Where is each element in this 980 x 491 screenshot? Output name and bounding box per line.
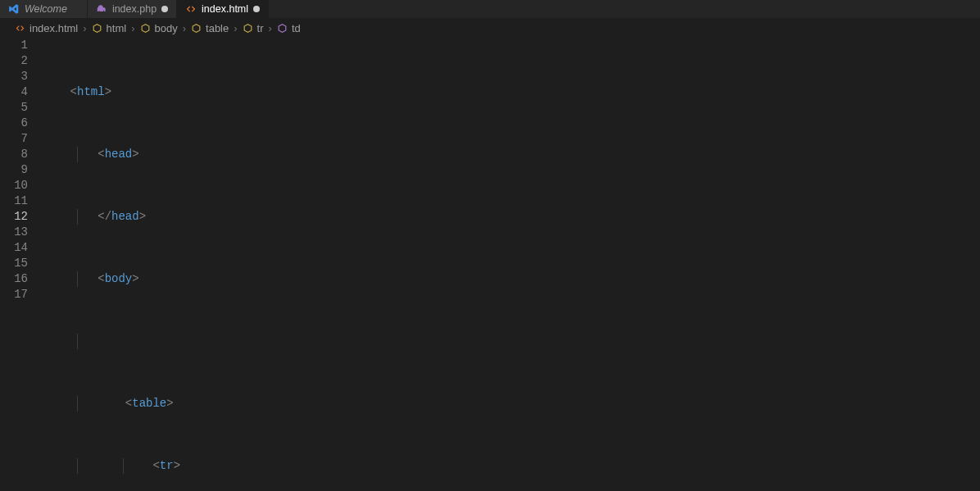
breadcrumb-label: td [292,22,301,34]
dirty-dot [161,6,168,12]
tab-index-html[interactable]: index.html [177,0,269,18]
breadcrumb-label: body [155,22,178,34]
breadcrumb-item-html[interactable]: html [92,22,127,34]
tab-label: index.html [202,3,248,15]
line-number: 6 [0,116,28,131]
cube-icon [277,23,288,34]
breadcrumb-label: index.html [29,22,78,34]
editor[interactable]: 1 2 3 4 5 6 7 8 9 10 11 12 13 14 15 16 1… [0,38,980,491]
breadcrumb-label: tr [257,22,264,34]
code-line: <tr> [43,458,980,474]
code-line [43,334,980,349]
line-number: 4 [0,84,28,100]
line-number: 13 [0,225,28,240]
cube-icon [191,23,202,34]
tab-bar: Welcome index.php index.html [0,0,980,18]
breadcrumb-item-tr[interactable]: tr [243,22,264,34]
line-number: 3 [0,69,28,84]
breadcrumb-item-table[interactable]: table [191,22,229,34]
chevron-right-icon: › [81,22,88,34]
cube-icon [243,23,253,34]
breadcrumb: index.html › html › body › table › tr › … [0,18,980,38]
tab-label: index.php [112,3,157,15]
line-number: 17 [0,287,28,302]
line-number-gutter: 1 2 3 4 5 6 7 8 9 10 11 12 13 14 15 16 1… [0,38,43,491]
line-number: 7 [0,131,28,147]
line-number: 11 [0,193,28,209]
code-line: <table> [43,396,980,411]
line-number: 10 [0,178,28,193]
breadcrumb-item-file[interactable]: index.html [15,22,78,34]
tab-welcome[interactable]: Welcome [0,0,88,18]
line-number: 1 [0,38,28,53]
code-line: <body> [43,271,980,287]
vscode-icon [8,3,20,15]
chevron-right-icon: › [267,22,274,34]
dirty-dot [253,6,260,12]
tab-label: Welcome [25,3,67,15]
chevron-right-icon: › [181,22,188,34]
line-number: 16 [0,271,28,287]
cube-icon [140,23,151,34]
line-number: 12 [0,209,28,225]
line-number: 15 [0,256,28,271]
chevron-right-icon: › [129,22,136,34]
line-number: 14 [0,240,28,256]
line-number: 8 [0,147,28,162]
tab-index-php[interactable]: index.php [88,0,177,18]
breadcrumb-item-body[interactable]: body [140,22,178,34]
breadcrumb-label: table [206,22,229,34]
breadcrumb-label: html [107,22,127,34]
line-number: 9 [0,162,28,178]
elephant-icon [96,3,107,15]
code-icon [15,23,25,34]
code-line: <head> [43,147,980,162]
code-line: </head> [43,209,980,225]
code-line: <html> [43,84,980,100]
line-number: 2 [0,53,28,69]
line-number: 5 [0,100,28,116]
code-area[interactable]: <html> <head> </head> <body> <table> <tr… [43,38,980,491]
code-icon [185,3,197,15]
breadcrumb-item-td[interactable]: td [277,22,301,34]
cube-icon [92,23,102,34]
chevron-right-icon: › [232,22,238,34]
